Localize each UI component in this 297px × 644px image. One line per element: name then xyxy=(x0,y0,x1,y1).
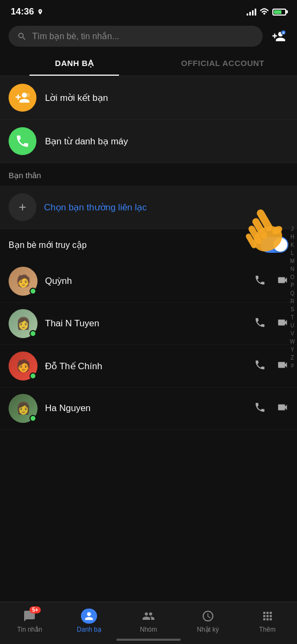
online-indicator-do xyxy=(29,372,36,379)
nav-label-nhom: Nhóm xyxy=(140,626,157,633)
unread-badge: 5+ xyxy=(29,606,41,613)
nav-label-them: Thêm xyxy=(259,626,276,633)
toggle-knob xyxy=(273,238,287,252)
loi-moi-ket-ban-item[interactable]: i Lời mời kết bạn xyxy=(0,76,297,120)
avatar-wrap-ha: 👩 xyxy=(9,394,38,423)
search-placeholder: Tìm bạn bè, tin nhắn... xyxy=(32,31,119,41)
grid-icon xyxy=(261,610,274,623)
nav-active-bg xyxy=(81,609,97,624)
chon-ban-thuong-label: Chọn bạn thường liên lạc xyxy=(44,202,147,213)
nav-icon-wrap-tin-nhan: 5+ xyxy=(21,609,38,624)
alphabet-index[interactable]: J H K L M N O P Q R S T U V W Y Z # xyxy=(290,225,295,370)
svg-text:i: i xyxy=(27,93,28,97)
recent-friends-toggle[interactable] xyxy=(261,237,288,253)
contact-name-quynh: Quỳnh xyxy=(45,276,247,287)
online-indicator-ha xyxy=(29,415,36,422)
plus-icon: + xyxy=(9,193,36,221)
avatar-wrap-quynh: 🧑 xyxy=(9,267,38,296)
tab-official-account[interactable]: OFFICIAL ACCOUNT xyxy=(148,51,297,76)
video-call-icon-thai[interactable] xyxy=(277,317,288,331)
contact-actions-do xyxy=(254,359,288,374)
contact-name-ha: Ha Nguyen xyxy=(45,403,247,414)
recent-friends-label: Bạn bè mới truy cập xyxy=(9,240,87,250)
contact-name-do: Đỗ Thế Chính xyxy=(45,361,247,372)
contact-item-quynh[interactable]: 🧑 Quỳnh xyxy=(0,260,297,303)
ban-danh-ba-item[interactable]: Bạn từ danh bạ máy xyxy=(0,120,297,163)
contact-item-thai[interactable]: 👩 Thai N Tuyen xyxy=(0,303,297,345)
online-indicator-quynh xyxy=(29,288,36,295)
status-icons xyxy=(247,8,286,16)
nav-nhom[interactable]: Nhóm xyxy=(119,606,179,633)
nav-icon-wrap-them xyxy=(259,609,276,624)
online-indicator-thai xyxy=(29,330,36,337)
nav-label-tin-nhan: Tin nhắn xyxy=(17,626,42,633)
contact-actions-ha xyxy=(254,401,288,416)
tabs-bar: DANH BẠ OFFICIAL ACCOUNT xyxy=(0,51,297,76)
time-display: 14:36 xyxy=(11,6,34,17)
video-call-icon-ha[interactable] xyxy=(277,401,288,416)
add-friend-button[interactable]: + xyxy=(269,27,288,46)
clock-icon xyxy=(202,610,214,623)
nav-icon-wrap-danh-ba xyxy=(81,609,97,624)
chon-ban-thuong-item[interactable]: + Chọn bạn thường liên lạc xyxy=(0,186,297,229)
ban-danh-ba-icon xyxy=(9,127,36,155)
nav-icon-wrap-nhat-ky xyxy=(200,609,216,624)
person-add-icon: i xyxy=(15,90,30,105)
phone-call-icon-do[interactable] xyxy=(254,359,266,374)
status-bar: 14:36 xyxy=(0,0,297,21)
nav-label-nhat-ky: Nhật ký xyxy=(197,626,219,633)
avatar-wrap-thai: 👩 xyxy=(9,309,38,338)
nav-tin-nhan[interactable]: 5+ Tin nhắn xyxy=(0,606,60,633)
loi-moi-icon: i xyxy=(9,84,36,112)
avatar-wrap-do: 🧑 xyxy=(9,352,38,380)
signal-icon xyxy=(247,8,256,16)
nav-icon-wrap-nhom xyxy=(140,609,157,624)
add-friend-icon: + xyxy=(272,30,286,43)
status-time: 14:36 xyxy=(11,6,43,17)
search-icon xyxy=(17,32,27,41)
contacts-icon xyxy=(83,610,95,622)
contact-item-ha[interactable]: 👩 Ha Nguyen xyxy=(0,387,297,430)
group-icon xyxy=(142,610,155,623)
nav-danh-ba[interactable]: Danh bạ xyxy=(60,606,119,633)
phone-call-icon-ha[interactable] xyxy=(254,401,266,416)
bottom-nav: 5+ Tin nhắn Danh bạ Nhóm Nhật ký xyxy=(0,602,297,644)
battery-icon xyxy=(272,9,286,16)
phone-call-icon-thai[interactable] xyxy=(254,317,266,331)
tab-danh-ba[interactable]: DANH BẠ xyxy=(0,51,148,76)
banthan-section-header: Bạn thân xyxy=(0,163,297,186)
search-bar: Tìm bạn bè, tin nhắn... + xyxy=(0,21,297,51)
nav-them[interactable]: Thêm xyxy=(237,606,297,633)
contact-actions-thai xyxy=(254,317,288,331)
phone-book-icon xyxy=(15,134,30,149)
recent-friends-row: Bạn bè mới truy cập xyxy=(0,229,297,260)
svg-text:+: + xyxy=(282,30,285,35)
ban-danh-ba-label: Bạn từ danh bạ máy xyxy=(45,136,128,147)
location-icon xyxy=(37,9,43,15)
contact-item-do[interactable]: 🧑 Đỗ Thế Chính xyxy=(0,345,297,387)
contact-actions-quynh xyxy=(254,274,288,289)
wifi-icon xyxy=(259,8,269,16)
contact-name-thai: Thai N Tuyen xyxy=(45,318,247,329)
nav-nhat-ky[interactable]: Nhật ký xyxy=(178,606,237,633)
loi-moi-label: Lời mời kết bạn xyxy=(45,92,108,104)
search-input-area[interactable]: Tìm bạn bè, tin nhắn... xyxy=(9,26,263,47)
contact-list: 🧑 Quỳnh 👩 Thai N Tuyen xyxy=(0,260,297,430)
video-call-icon-quynh[interactable] xyxy=(277,274,288,289)
nav-label-danh-ba: Danh bạ xyxy=(77,626,101,633)
home-indicator xyxy=(116,639,181,641)
video-call-icon-do[interactable] xyxy=(277,359,288,374)
phone-call-icon-quynh[interactable] xyxy=(254,274,266,289)
